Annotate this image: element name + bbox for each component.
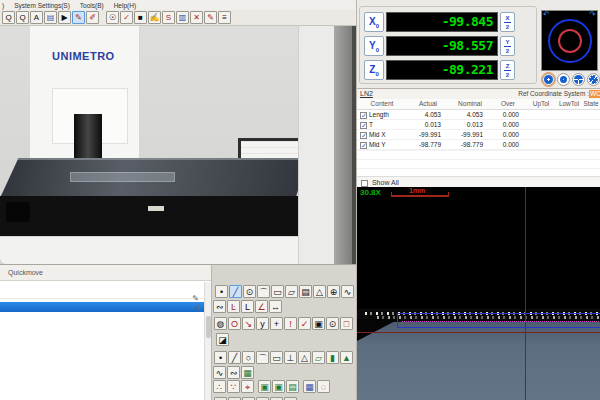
image-capture-icon[interactable]: ▤	[44, 11, 57, 24]
construct-slot-icon[interactable]: ▭	[270, 351, 283, 364]
locate-feature-icon[interactable]: ⌖	[241, 380, 254, 393]
fill-square-icon[interactable]: ■	[134, 11, 147, 24]
color-setting-icon[interactable]: ▦	[303, 380, 316, 393]
cylinder-feature-icon[interactable]: ▮	[326, 351, 339, 364]
z-axis-zero-button[interactable]: Z0	[364, 60, 384, 80]
measure-pen-icon[interactable]: ✐	[86, 11, 99, 24]
arrow-pick-icon[interactable]: ↘	[242, 317, 255, 330]
chart-icon[interactable]: ▥	[176, 11, 189, 24]
report-icon[interactable]: S	[162, 11, 175, 24]
grid-feature-icon[interactable]: ▦	[241, 366, 254, 379]
construct-circle-icon[interactable]: ○	[242, 351, 255, 364]
line-tool-icon[interactable]: ╱	[229, 285, 242, 298]
result-row-checkbox[interactable]: ✓	[360, 132, 367, 139]
construct-angle-icon[interactable]: △	[298, 351, 311, 364]
plane-feature-icon[interactable]: ▱	[312, 351, 325, 364]
freeform-feature-icon[interactable]: ∾	[227, 366, 240, 379]
list-icon[interactable]: ≡	[218, 11, 231, 24]
menu-help[interactable]: Help(H)	[114, 2, 136, 9]
pick-tools-row: ◍O↘y+!✓▣⊙□	[214, 317, 354, 330]
construct-line-icon[interactable]: ╱	[228, 351, 241, 364]
x-axis-half-button[interactable]: X2	[500, 12, 515, 32]
rotate-left-icon[interactable]: ↶	[543, 10, 550, 19]
tolerance-icon[interactable]: ✓	[120, 11, 133, 24]
spline-pick-icon[interactable]: y	[256, 317, 269, 330]
y-axis-zero-button[interactable]: Y0	[364, 36, 384, 56]
zoom-in-icon[interactable]: Q	[2, 11, 15, 24]
show-all-checkbox[interactable]: ✓	[361, 180, 368, 187]
sphere-tool-icon[interactable]: ⊕	[327, 285, 340, 298]
focus-region-icon[interactable]: ◌	[317, 380, 330, 393]
rotate-construct-icon[interactable]: ∴	[213, 380, 226, 393]
distance-tool-icon[interactable]: ↔	[269, 300, 282, 313]
y-axis-half-button[interactable]: Y2	[500, 36, 515, 56]
construct-perp-icon[interactable]: ⊥	[284, 351, 297, 364]
brush-icon[interactable]: ✍	[148, 11, 161, 24]
point-tool-icon[interactable]: •	[215, 285, 228, 298]
result-value-cell: 4.053	[449, 110, 491, 119]
magnification-label: 30.8X	[360, 188, 381, 197]
feature-tools-row: •╱⊙⌒▭▱▤△⊕∿	[215, 285, 355, 298]
menu-tools[interactable]: Tools(B)	[80, 2, 104, 9]
box-corner-icon[interactable]: □	[340, 317, 353, 330]
cone-feature-icon[interactable]: ▲	[340, 351, 353, 364]
translate-construct-icon[interactable]: ∵	[227, 380, 240, 393]
line-angle-tool-icon[interactable]: Ŀ	[227, 300, 240, 313]
slot-tool-icon[interactable]: ▤	[299, 285, 312, 298]
result-row-checkbox[interactable]: ✓	[360, 122, 367, 129]
probe-flag-icon[interactable]: ✓	[298, 317, 311, 330]
result-row-checkbox[interactable]: ✓	[360, 112, 367, 119]
edit-icon[interactable]: ✎	[190, 294, 201, 304]
exclaim-pick-icon[interactable]: !	[284, 317, 297, 330]
target-icon[interactable]: ☉	[106, 11, 119, 24]
edge-probe-icon[interactable]: ✎	[72, 11, 85, 24]
export-pen-icon[interactable]: ✎	[204, 11, 217, 24]
construct-point-icon[interactable]: •	[214, 351, 227, 364]
program-save-icon[interactable]: ▣	[272, 380, 285, 393]
circle-tool-icon[interactable]: ⊙	[243, 285, 256, 298]
perpendicular-tool-icon[interactable]: L	[241, 300, 254, 313]
inner-ring-icon[interactable]	[558, 29, 582, 53]
camera-view[interactable]: 30.8X 1mm	[357, 187, 600, 400]
zoom-out-icon[interactable]: Q	[16, 11, 29, 24]
freeform-tool-icon[interactable]: ∾	[213, 300, 226, 313]
image-pick-icon[interactable]: ▣	[312, 317, 325, 330]
cross-pick-icon[interactable]: +	[270, 317, 283, 330]
triangle-tool-icon[interactable]: △	[313, 285, 326, 298]
nudge-icon[interactable]: ✐	[192, 304, 203, 314]
ring-light-full-button[interactable]	[542, 73, 555, 86]
x-axis-zero-button[interactable]: X0	[364, 12, 384, 32]
circle-pick-icon[interactable]: O	[228, 317, 241, 330]
arc-tool-icon[interactable]: ⌒	[257, 285, 270, 298]
curve-feature-icon[interactable]: ∿	[213, 366, 226, 379]
column-header-over: Over	[491, 99, 525, 109]
flag-icon[interactable]: ▶	[58, 11, 71, 24]
text-annotation-icon[interactable]: A	[30, 11, 43, 24]
polygon-tool-icon[interactable]: ▱	[285, 285, 298, 298]
result-row-checkbox[interactable]: ✓	[360, 142, 367, 149]
ring-light-octant-button[interactable]	[587, 73, 600, 86]
delete-icon[interactable]: ✕	[190, 11, 203, 24]
quickmove-selected-row[interactable]	[0, 302, 205, 312]
rectangle-tool-icon[interactable]: ▭	[271, 285, 284, 298]
results-column-headers: ContentActualNominalOverUpTolLowTolState	[357, 99, 600, 110]
rotate-right-icon[interactable]: ↷	[589, 10, 596, 19]
result-value-cell: 4.053	[407, 110, 449, 119]
quickmove-scrollbar[interactable]	[204, 282, 211, 400]
construct-arc-icon[interactable]: ⌒	[256, 351, 269, 364]
ring-light-ring-button[interactable]	[557, 73, 570, 86]
program-capture-icon[interactable]: ▣	[258, 380, 271, 393]
angle-tool-icon[interactable]: ∠	[255, 300, 268, 313]
result-value-cell: 0.000	[491, 120, 525, 129]
focus-ring-icon[interactable]: ◍	[214, 317, 227, 330]
program-list-icon[interactable]: ▤	[286, 380, 299, 393]
ring-light-quad-button[interactable]	[572, 73, 585, 86]
scrollbar-thumb[interactable]	[206, 316, 211, 338]
menu-system-settings[interactable]: System Settings(S)	[14, 2, 70, 9]
region-select-icon[interactable]: ◪	[216, 333, 229, 346]
ring-light-control[interactable]: ↶ ↷	[541, 10, 598, 71]
z-axis-half-button[interactable]: Z2	[500, 60, 515, 80]
curve-tool-icon[interactable]: ∿	[341, 285, 354, 298]
show-all-row: ✓ Show All	[357, 176, 600, 187]
circle-dot-icon[interactable]: ⊙	[326, 317, 339, 330]
